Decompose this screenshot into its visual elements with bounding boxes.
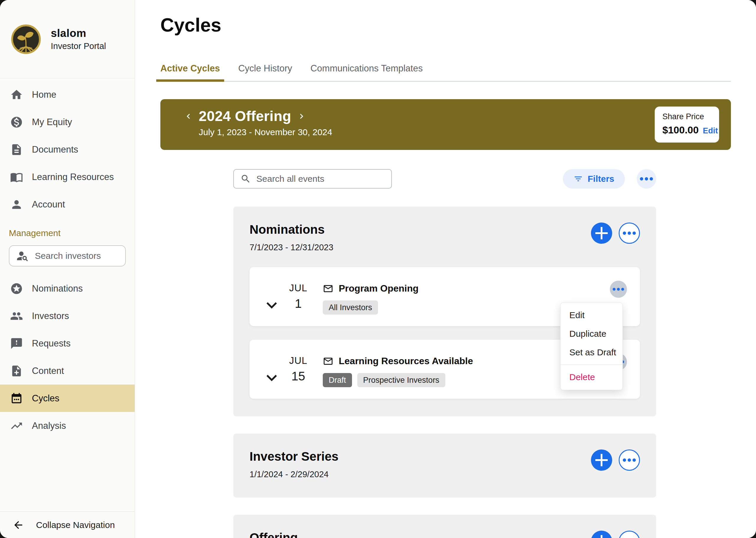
add-event-button[interactable]	[591, 223, 612, 244]
section-title: Nominations	[250, 223, 333, 237]
management-section-label: Management	[9, 228, 135, 238]
menu-item-delete[interactable]: Delete	[560, 368, 622, 386]
event-month: JUL	[282, 283, 315, 294]
sidebar-item-label: Account	[32, 199, 65, 210]
menu-item-set-as-draft[interactable]: Set as Draft	[560, 343, 622, 361]
sidebar-item-documents[interactable]: Documents	[0, 136, 135, 163]
events-toolbar: Filters	[233, 168, 656, 189]
main-content: Cycles Active CyclesCycle HistoryCommuni…	[135, 0, 756, 538]
tab-label: Communications Templates	[310, 63, 423, 74]
sidebar-item-label: Requests	[32, 338, 71, 349]
page-title: Cycles	[160, 14, 221, 36]
section-more-button[interactable]	[619, 531, 640, 538]
section-investor-series: Investor Series 1/1/2024 - 2/29/2024	[233, 434, 656, 498]
next-cycle-button[interactable]	[297, 111, 307, 121]
sidebar-item-home[interactable]: Home	[0, 81, 135, 108]
sidebar-item-requests[interactable]: Requests	[0, 330, 135, 357]
expand-event-button[interactable]	[262, 340, 282, 399]
more-horiz-icon	[610, 281, 627, 298]
filters-button[interactable]: Filters	[563, 169, 625, 188]
sidebar-item-label: Investors	[32, 311, 69, 321]
brand-header: slalom Investor Portal	[0, 0, 135, 79]
plus-icon	[591, 531, 612, 538]
section-date-range: 1/1/2024 - 2/29/2024	[250, 469, 338, 479]
sidebar-item-label: Analysis	[32, 420, 66, 431]
sidebar-nav-main: Home My Equity Documents Learning Resour…	[0, 81, 135, 218]
menu-item-edit[interactable]: Edit	[560, 306, 622, 324]
brand-text: slalom Investor Portal	[51, 27, 106, 51]
event-chip: Prospective Investors	[357, 373, 445, 387]
sidebar-item-label: Nominations	[32, 283, 83, 294]
event-chip-label: Draft	[329, 376, 346, 385]
filter-icon	[573, 174, 583, 184]
previous-cycle-button[interactable]	[183, 111, 194, 121]
mail-icon	[323, 356, 333, 366]
event-more-button[interactable]	[610, 281, 627, 298]
add-event-button[interactable]	[591, 531, 612, 538]
collapse-navigation-label: Collapse Navigation	[36, 520, 115, 530]
sidebar-item-investors[interactable]: Investors	[0, 302, 135, 330]
section-date-range: 7/1/2023 - 12/31/2023	[250, 242, 333, 252]
slalom-logo-icon	[11, 24, 41, 54]
dollar-circle-icon	[10, 116, 23, 129]
home-icon	[10, 88, 23, 101]
tab-communications-templates[interactable]: Communications Templates	[310, 63, 423, 81]
event-chip-label: All Investors	[329, 303, 372, 312]
tab-label: Cycle History	[238, 63, 292, 74]
sidebar: slalom Investor Portal Home My Equity Do…	[0, 0, 135, 538]
sidebar-item-cycles[interactable]: Cycles	[0, 385, 135, 412]
event-day: 15	[282, 369, 315, 383]
trending-up-icon	[10, 419, 23, 432]
event-title: Program Opening	[339, 283, 419, 294]
sidebar-item-label: Home	[32, 89, 56, 100]
chevron-down-icon	[262, 357, 282, 399]
event-chip-label: Prospective Investors	[363, 376, 439, 385]
share-price-edit-link[interactable]: Edit	[703, 126, 718, 135]
app-window: slalom Investor Portal Home My Equity Do…	[0, 0, 756, 538]
sidebar-item-nominations[interactable]: Nominations	[0, 275, 135, 302]
brand-name: slalom	[51, 27, 106, 39]
person-search-icon	[16, 249, 29, 262]
mail-icon	[323, 283, 333, 294]
cycle-banner: 2024 Offering July 1, 2023 - November 30…	[160, 99, 731, 150]
tab-active-cycles[interactable]: Active Cycles	[160, 63, 220, 81]
filters-label: Filters	[588, 174, 614, 184]
expand-event-button[interactable]	[262, 267, 282, 326]
section-more-button[interactable]	[619, 223, 640, 244]
menu-item-duplicate[interactable]: Duplicate	[560, 324, 622, 343]
document-icon	[10, 143, 23, 156]
note-add-icon	[10, 364, 23, 377]
more-horiz-icon	[619, 531, 639, 538]
investor-search-input[interactable]	[35, 251, 118, 261]
event-chip: All Investors	[323, 300, 378, 315]
events-search[interactable]	[233, 169, 392, 188]
section-more-button[interactable]	[619, 450, 640, 471]
tab-bar: Active CyclesCycle HistoryCommunications…	[160, 63, 731, 82]
toolbar-more-button[interactable]	[637, 169, 656, 188]
tab-cycle-history[interactable]: Cycle History	[238, 63, 292, 81]
event-chip: Draft	[323, 373, 352, 387]
sidebar-item-learning-resources[interactable]: Learning Resources	[0, 163, 135, 190]
sidebar-item-content[interactable]: Content	[0, 357, 135, 385]
more-horiz-icon	[619, 223, 639, 243]
share-price-label: Share Price	[663, 112, 719, 121]
event-date: JUL 1	[282, 267, 315, 326]
chevron-left-icon	[183, 111, 194, 121]
events-search-input[interactable]	[256, 174, 380, 184]
sidebar-item-account[interactable]: Account	[0, 190, 135, 218]
sidebar-item-analysis[interactable]: Analysis	[0, 412, 135, 439]
calendar-icon	[10, 392, 23, 405]
investor-search[interactable]	[9, 245, 126, 266]
person-icon	[10, 198, 23, 211]
add-event-button[interactable]	[591, 450, 612, 471]
brand-subtitle: Investor Portal	[51, 41, 106, 51]
sidebar-nav-management: Nominations Investors Requests Content C…	[0, 275, 135, 439]
arrow-left-icon	[12, 519, 24, 531]
sidebar-item-my-equity[interactable]: My Equity	[0, 108, 135, 136]
collapse-navigation-button[interactable]: Collapse Navigation	[0, 511, 134, 538]
star-circle-icon	[10, 282, 23, 295]
event-month: JUL	[282, 355, 315, 366]
plus-icon	[591, 223, 612, 244]
event-day: 1	[282, 296, 315, 311]
book-icon	[10, 171, 23, 184]
